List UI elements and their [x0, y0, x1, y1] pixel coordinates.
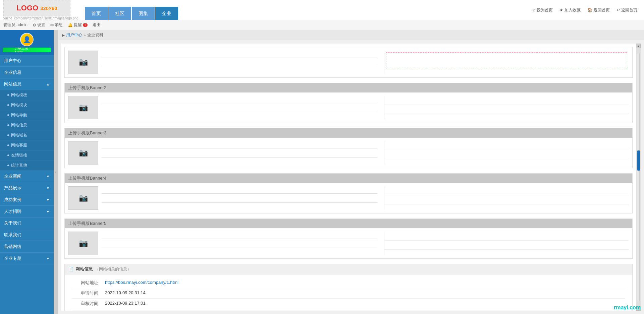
sidebar-label-contact-us: 联系我们 [4, 232, 21, 238]
banner-inputs-4 [102, 186, 377, 210]
scrollbar-thumb[interactable] [637, 150, 640, 171]
add-favorite-link[interactable]: ★ 加入收藏 [559, 7, 581, 13]
sidebar-item-website-info[interactable]: 网站信息 ▲ [0, 78, 54, 90]
sidebar-sub-customer-service[interactable]: 网站客服 [0, 140, 54, 150]
message-link[interactable]: ✉ 消息 [50, 22, 63, 28]
house-icon: ⌂ [533, 8, 535, 12]
right-line-4b [384, 197, 629, 204]
chevron-down-icon-cases: ▼ [46, 198, 50, 202]
input-2b[interactable] [102, 105, 377, 112]
upload-box-4[interactable]: 📷 [68, 186, 98, 210]
sidebar-sub-statistics[interactable]: 统计其他 [0, 161, 54, 171]
remind-link[interactable]: 🔔 提醒 1 [68, 22, 88, 28]
star-icon: ★ [559, 8, 563, 12]
sidebar-item-contact-us[interactable]: 联系我们 [0, 229, 54, 241]
settings-label: 设置 [37, 22, 45, 28]
banner-body-2: 📷 [65, 92, 632, 123]
input-5b[interactable] [102, 241, 377, 248]
sidebar-item-enterprise-info[interactable]: 企业信息 [0, 67, 54, 78]
nav-community[interactable]: 社区 [108, 7, 131, 20]
upload-box-2[interactable]: 📷 [68, 96, 98, 119]
sidebar-sub-domain[interactable]: 网站域名 [0, 130, 54, 140]
input-3b[interactable] [102, 150, 377, 158]
banner-section-5: 上传手机版Banner5 📷 [64, 218, 633, 259]
settings-link[interactable]: ⚙ 设置 [33, 22, 45, 28]
input-line-0a[interactable] [102, 51, 377, 58]
input-5a[interactable] [102, 232, 377, 239]
user-nav-bar: 管理员 admin ⚙ 设置 ✉ 消息 🔔 提醒 1 退出 [0, 20, 644, 30]
banner-header-3: 上传手机版Banner3 [65, 128, 632, 138]
camera-icon-3: 📷 [79, 148, 88, 157]
sidebar-label-special-topic: 企业专题 [4, 255, 21, 261]
doc-icon: 📄 [68, 267, 73, 272]
banner-header-5: 上传手机版Banner5 [65, 219, 632, 228]
back-icon: ↩ [616, 8, 620, 12]
breadcrumb-home[interactable]: 用户中心 [66, 32, 82, 38]
add-favorite-label: 加入收藏 [565, 7, 581, 13]
gear-icon: ⚙ [33, 23, 36, 27]
info-row-apply: 申请时间 2022-10-09 20:31:14 [71, 288, 626, 299]
input-4b[interactable] [102, 195, 377, 203]
sidebar-toggle[interactable]: ‹ [54, 30, 58, 314]
website-info-section: 📄 网站信息 （网站相关的信息） 网站地址 https://bbs.rmayi.… [64, 264, 633, 311]
banner-inputs-2 [102, 96, 377, 119]
upload-box-0[interactable]: 📷 [68, 51, 98, 74]
sidebar-label-recruitment: 人才招聘 [4, 208, 21, 214]
right-line-3b [384, 152, 629, 159]
info-value-review: 2022-10-09 23:17:01 [105, 301, 146, 307]
scrollbar-up-arrow[interactable]: ▲ [636, 44, 641, 48]
avatar-area: 👤 升级进度：100% [0, 30, 54, 55]
input-3a[interactable] [102, 141, 377, 148]
logout-link[interactable]: 退出 [93, 22, 101, 28]
input-2a[interactable] [102, 96, 377, 103]
sidebar-item-products[interactable]: 产品展示 ▼ [0, 182, 54, 194]
right-line-4a [384, 188, 629, 195]
sidebar-label-products: 产品展示 [4, 185, 21, 191]
info-body: 网站地址 https://bbs.rmayi.com/company/1.htm… [65, 274, 632, 311]
info-section-header: 📄 网站信息 （网站相关的信息） [65, 264, 632, 274]
sidebar-sub-friendly-links[interactable]: 友情链接 [0, 150, 54, 161]
right-line-2a [384, 98, 629, 105]
nav-home[interactable]: 首页 [85, 7, 108, 20]
scrollbar-track [637, 53, 640, 301]
return-home-link[interactable]: 🏠 返回首页 [587, 7, 610, 13]
logo-red-text: LOGO [16, 4, 38, 12]
nav-gallery[interactable]: 图集 [132, 7, 155, 20]
info-label-apply: 申请时间 [71, 290, 98, 296]
right-area-2 [384, 96, 629, 119]
banner-section-2: 上传手机版Banner2 📷 [64, 83, 633, 123]
avatar-inner: 👤 [21, 34, 33, 46]
logo-path: yuzhe_company/template/user01/images/log… [3, 16, 78, 20]
upload-box-5[interactable]: 📷 [68, 232, 98, 255]
sidebar-item-user-center[interactable]: 用户中心 [0, 55, 54, 67]
input-line-0b[interactable] [102, 60, 377, 67]
sidebar-item-cases[interactable]: 成功案例 ▼ [0, 194, 54, 206]
sidebar-sub-template[interactable]: 网站模板 [0, 90, 54, 100]
info-value-url[interactable]: https://bbs.rmayi.com/company/1.html [105, 280, 178, 286]
sidebar-item-special-topic[interactable]: 企业专题 ▼ [0, 253, 54, 264]
form-scroll[interactable]: 📷 [58, 40, 644, 314]
input-4a[interactable] [102, 186, 377, 194]
progress-bar-wrap: 升级进度：100% [3, 48, 51, 52]
progress-text: 升级进度：100% [15, 48, 39, 52]
sidebar-item-marketing[interactable]: 营销网络 [0, 241, 54, 253]
remind-badge: 1 [83, 23, 88, 27]
sidebar-sub-navigation[interactable]: 网站导航 [0, 110, 54, 120]
sidebar-sub-website-info[interactable]: 网站信息 [0, 120, 54, 130]
nav-enterprise[interactable]: 企业 [155, 7, 178, 20]
logo-area: LOGO 320×60 yuzhe_company/template/user0… [3, 0, 78, 20]
back-link[interactable]: ↩ 返回首页 [616, 7, 637, 13]
set-homepage-link[interactable]: ⌂ 设为首页 [533, 7, 553, 13]
sidebar-label-website-info: 网站信息 [4, 81, 21, 87]
sidebar-item-recruitment[interactable]: 人才招聘 ▼ [0, 206, 54, 217]
chevron-up-icon: ▲ [46, 82, 50, 86]
chevron-down-icon-recruitment: ▼ [46, 210, 50, 213]
back-label: 返回首页 [621, 7, 637, 13]
upload-box-3[interactable]: 📷 [68, 141, 98, 165]
avatar: 👤 [20, 33, 34, 46]
sidebar-item-about-us[interactable]: 关于我们 [0, 217, 54, 229]
sidebar-sub-modules[interactable]: 网站模块 [0, 100, 54, 110]
sidebar-item-enterprise-news[interactable]: 企业新闻 ▼ [0, 171, 54, 182]
chevron-down-icon-products: ▼ [46, 186, 50, 190]
right-scrollbar[interactable]: ▲ ▼ [636, 44, 641, 311]
